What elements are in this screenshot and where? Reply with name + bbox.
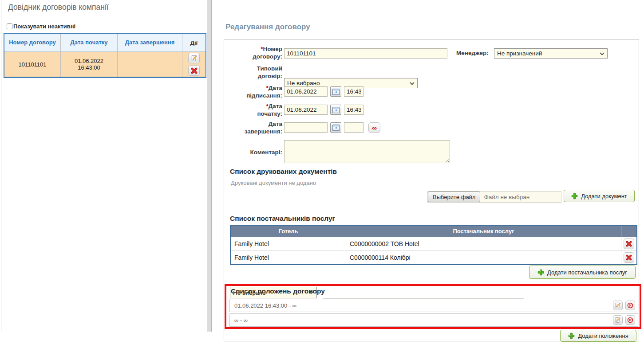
- left-panel-border: [1, 0, 1, 332]
- cancel-icon: [627, 302, 633, 309]
- add-provision-label: Додати положення: [578, 332, 628, 339]
- plus-icon: [568, 332, 575, 339]
- provision-period: 01.06.2022 16:43:00 - ∞: [234, 302, 296, 309]
- delete-icon: [626, 241, 632, 247]
- edit-icon: [191, 55, 198, 62]
- form-heading: Редагування договору: [225, 23, 310, 31]
- column-header-start: Дата початку: [61, 34, 118, 51]
- column-header-hotel: Готель: [231, 226, 346, 237]
- contract-end-cell: [118, 52, 182, 77]
- start-date-label: *Дата початку:: [240, 102, 282, 117]
- edit-icon: [615, 302, 621, 309]
- provision-row: ∞ - ∞: [229, 313, 638, 327]
- file-status-text: Файл не выбран: [484, 194, 529, 200]
- comments-textarea[interactable]: [284, 140, 450, 163]
- sign-time-input[interactable]: [344, 86, 363, 97]
- edit-provision-button[interactable]: [613, 301, 623, 310]
- page-title: Довідник договорів компанії: [8, 3, 109, 12]
- delete-icon: [626, 254, 632, 261]
- template-select-value: Не вибрано: [287, 80, 320, 86]
- provider-hotel-cell: Family Hotel: [231, 237, 346, 250]
- show-inactive-row: Показувати неактивні: [7, 23, 75, 30]
- delete-provider-button[interactable]: [624, 252, 634, 263]
- comments-label: Коментарі:: [240, 149, 282, 156]
- provider-name-cell: C0000000002 ТОВ Hotel: [346, 237, 621, 250]
- provider-actions-cell: [621, 237, 636, 250]
- end-time-input[interactable]: [344, 122, 363, 133]
- contract-start-cell: 01.06.2022 16:43:00: [61, 52, 118, 77]
- providers-table-header: Готель Постачальник послуг: [231, 226, 636, 237]
- panel-splitter[interactable]: [207, 0, 212, 332]
- edit-contract-button[interactable]: [188, 53, 200, 63]
- sort-link-number[interactable]: Номер договору: [9, 39, 56, 46]
- cancel-provision-button[interactable]: [625, 315, 635, 325]
- file-upload-control: Выберите файл Файл не выбран: [427, 191, 561, 203]
- plus-icon: [537, 269, 544, 276]
- contract-number-input[interactable]: [284, 48, 447, 59]
- column-header-actions: Дії: [182, 34, 205, 51]
- provisions-section-heading: Список положень договору: [231, 287, 325, 295]
- sort-link-start[interactable]: Дата початку: [70, 39, 107, 46]
- delete-icon: [191, 67, 198, 74]
- contract-row[interactable]: 101101101 01.06.2022 16:43:00: [4, 52, 205, 77]
- add-provider-label: Додати постачальника послуг: [547, 269, 627, 276]
- cancel-provision-button[interactable]: [625, 301, 635, 310]
- start-date-input[interactable]: [284, 105, 328, 115]
- add-provider-button[interactable]: Додати постачальника послуг: [529, 266, 636, 279]
- column-header-number: Номер договору: [4, 34, 61, 51]
- end-date-label: Дата завершення:: [240, 120, 282, 135]
- chevron-down-icon: [410, 82, 415, 85]
- end-date-calendar-button[interactable]: [330, 122, 341, 133]
- column-header-end: Дата завершення: [118, 34, 182, 51]
- add-document-label: Додати документ: [581, 193, 627, 199]
- plus-icon: [571, 193, 578, 199]
- manager-select[interactable]: Не призначений: [494, 48, 608, 59]
- provider-row: Family Hotel C0000000114 Колібрі: [231, 250, 636, 264]
- sign-date-label: *Дата підписання:: [240, 84, 282, 99]
- choose-file-button[interactable]: Выберите файл: [428, 192, 480, 202]
- contracts-table-header: Номер договору Дата початку Дата заверше…: [4, 34, 205, 52]
- provider-hotel-cell: Family Hotel: [231, 251, 346, 264]
- contract-number-cell: 101101101: [4, 52, 61, 77]
- provider-actions-cell: [621, 251, 636, 264]
- edit-provision-button[interactable]: [613, 315, 623, 325]
- cancel-icon: [627, 317, 633, 323]
- contract-actions-cell: [182, 52, 205, 77]
- delete-contract-button[interactable]: [188, 65, 200, 76]
- start-date-calendar-button[interactable]: [330, 105, 341, 115]
- provision-period: ∞ - ∞: [234, 317, 248, 324]
- manager-label: Менеджер:: [456, 50, 489, 56]
- contracts-table: Номер договору Дата початку Дата заверше…: [4, 33, 206, 78]
- infinity-icon: ∞: [372, 125, 377, 131]
- column-header-provider-actions: [621, 226, 636, 237]
- add-document-button[interactable]: Додати документ: [564, 190, 635, 202]
- sign-date-input[interactable]: [284, 86, 328, 97]
- column-header-provider: Постачальник послуг: [346, 226, 621, 237]
- providers-section-heading: Список постачальників послуг: [230, 215, 335, 223]
- calendar-icon: [332, 107, 340, 113]
- sort-link-end[interactable]: Дата завершення: [125, 39, 175, 46]
- delete-provider-button[interactable]: [624, 239, 634, 249]
- sign-date-calendar-button[interactable]: [330, 86, 341, 97]
- start-time-input[interactable]: [344, 105, 363, 115]
- chevron-down-icon: [600, 52, 604, 55]
- show-inactive-label: Показувати неактивні: [13, 23, 75, 30]
- add-provision-button[interactable]: Додати положення: [560, 330, 636, 342]
- provider-name-cell: C0000000114 Колібрі: [346, 251, 621, 264]
- documents-section-heading: Список друкованих документів: [230, 168, 337, 176]
- contract-number-label: *Номер договору:: [240, 45, 282, 60]
- infinity-end-date-button[interactable]: ∞: [368, 122, 380, 133]
- show-inactive-checkbox[interactable]: [7, 23, 12, 29]
- manager-select-value: Не призначений: [497, 50, 542, 57]
- template-contract-label: Типовий договір:: [240, 65, 282, 80]
- edit-icon: [615, 317, 621, 323]
- providers-table: Готель Постачальник послуг Family Hotel …: [230, 225, 637, 265]
- end-date-input[interactable]: [284, 122, 328, 133]
- provider-row: Family Hotel C0000000002 ТОВ Hotel: [231, 237, 636, 250]
- documents-empty-text: Друковані документи не додано: [231, 180, 316, 186]
- calendar-icon: [332, 89, 340, 95]
- calendar-icon: [332, 125, 340, 131]
- provision-row: 01.06.2022 16:43:00 - ∞: [229, 299, 638, 312]
